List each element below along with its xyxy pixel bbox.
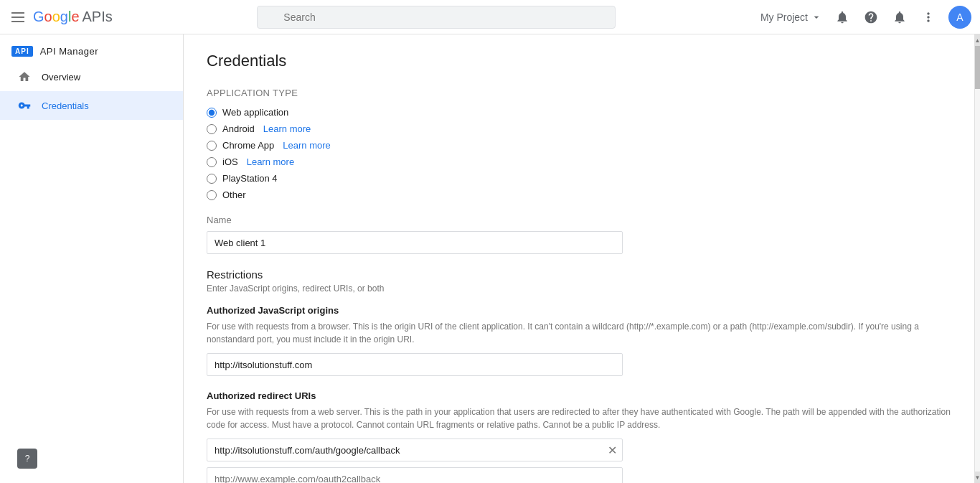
redirect-uris-section: Authorized redirect URIs For use with re…	[207, 390, 951, 483]
radio-web-app-label: Web application	[222, 107, 288, 118]
scrollbar: ▲ ▼	[974, 34, 980, 483]
radio-ps-label: PlayStation 4	[222, 173, 278, 184]
alert-icon[interactable]	[834, 9, 851, 26]
page-title: Credentials	[207, 52, 951, 70]
restrictions-subtitle: Enter JavaScript origins, redirect URIs,…	[207, 283, 951, 294]
radio-android[interactable]: Android Learn more	[207, 123, 951, 134]
project-selector[interactable]: My Project	[760, 11, 822, 23]
radio-ps-input[interactable]	[207, 174, 217, 184]
main-content: Credentials Application type Web applica…	[184, 34, 974, 483]
android-learn-more-link[interactable]: Learn more	[263, 123, 311, 134]
js-origins-desc: For use with requests from a browser. Th…	[207, 320, 951, 346]
radio-other[interactable]: Other	[207, 189, 951, 200]
clear-redirect-uri-button[interactable]: ✕	[608, 444, 617, 457]
radio-playstation[interactable]: PlayStation 4	[207, 173, 951, 184]
ios-learn-more-link[interactable]: Learn more	[247, 156, 294, 167]
redirect-uri-empty-input[interactable]	[207, 467, 623, 483]
more-options-icon[interactable]	[920, 9, 937, 26]
radio-chrome-app[interactable]: Chrome App Learn more	[207, 140, 951, 151]
restrictions-title: Restrictions	[207, 268, 951, 281]
scrollbar-thumb[interactable]	[975, 46, 980, 89]
radio-android-label: Android	[222, 123, 255, 134]
js-origins-title: Authorized JavaScript origins	[207, 305, 951, 316]
radio-chrome-input[interactable]	[207, 141, 217, 151]
radio-ios[interactable]: iOS Learn more	[207, 156, 951, 167]
scrollbar-down[interactable]: ▼	[975, 472, 980, 483]
redirect-uri-filled-wrapper: ✕	[207, 439, 623, 461]
radio-web-app-input[interactable]	[207, 108, 217, 118]
chrome-learn-more-link[interactable]: Learn more	[283, 140, 330, 151]
radio-group: Web application Android Learn more Chrom…	[207, 107, 951, 200]
api-manager-label: API Manager	[40, 46, 98, 57]
app-type-label: Application type	[207, 88, 951, 98]
sidebar-item-label: Credentials	[42, 100, 89, 111]
help-icon[interactable]	[862, 9, 880, 26]
name-section: Name	[207, 215, 951, 254]
js-origins-input[interactable]	[207, 353, 623, 376]
sidebar-item-credentials[interactable]: Credentials	[0, 91, 183, 120]
avatar[interactable]: A	[948, 6, 971, 29]
google-logo: Google APIs	[33, 9, 113, 25]
redirect-uris-desc: For use with requests from a web server.…	[207, 405, 951, 431]
radio-ios-input[interactable]	[207, 157, 217, 167]
radio-other-label: Other	[222, 189, 246, 200]
radio-android-input[interactable]	[207, 124, 217, 134]
scrollbar-track	[975, 46, 980, 472]
sidebar-header: API API Manager	[0, 40, 183, 62]
main-layout: API API Manager Overview Credentials Cre…	[0, 34, 980, 483]
overview-icon	[17, 70, 32, 84]
radio-web-app[interactable]: Web application	[207, 107, 951, 118]
hamburger-menu-icon[interactable]	[9, 9, 27, 25]
radio-other-input[interactable]	[207, 190, 217, 200]
application-type-section: Application type Web application Android…	[207, 88, 951, 200]
search-input[interactable]	[257, 6, 616, 29]
radio-ios-label: iOS	[222, 156, 238, 167]
redirect-uri-filled-input[interactable]	[207, 439, 623, 461]
sidebar-item-label: Overview	[42, 72, 80, 83]
name-label: Name	[207, 215, 951, 225]
js-origins-section: Authorized JavaScript origins For use wi…	[207, 305, 951, 376]
page-help-icon[interactable]: ?	[17, 449, 37, 469]
notification-icon[interactable]	[891, 9, 908, 26]
sidebar: API API Manager Overview Credentials	[0, 34, 184, 483]
scrollbar-up[interactable]: ▲	[975, 34, 980, 46]
credentials-icon	[17, 98, 32, 113]
radio-chrome-label: Chrome App	[222, 140, 274, 151]
api-badge: API	[11, 46, 33, 57]
topbar: Google APIs My Project A	[0, 0, 980, 34]
sidebar-item-overview[interactable]: Overview	[0, 62, 183, 91]
redirect-uris-title: Authorized redirect URIs	[207, 390, 951, 401]
name-input[interactable]	[207, 231, 623, 254]
restrictions-section: Restrictions Enter JavaScript origins, r…	[207, 268, 951, 483]
